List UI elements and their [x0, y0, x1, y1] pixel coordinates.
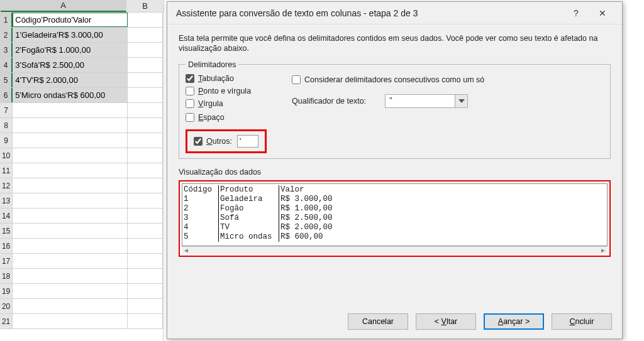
- cell-B14[interactable]: [128, 208, 163, 223]
- text-qualifier-row: Qualificador de texto: ": [292, 94, 484, 108]
- checkbox-tab-input[interactable]: [186, 74, 194, 83]
- cell-A16[interactable]: [13, 239, 128, 253]
- cell-B16[interactable]: [128, 239, 163, 253]
- cell-A6[interactable]: 5'Micro ondas'R$ 600,00: [13, 88, 128, 102]
- finish-button[interactable]: Cncluir: [552, 313, 612, 330]
- preview-label: Visualização dos dados: [179, 168, 611, 176]
- preview-cell: TV: [219, 223, 279, 232]
- row-header[interactable]: 14: [0, 208, 13, 223]
- checkbox-semicolon[interactable]: Ponto e vírgula: [186, 87, 267, 95]
- cell-A11[interactable]: [13, 163, 128, 178]
- checkbox-space[interactable]: Espaço: [186, 112, 267, 123]
- cell-B1[interactable]: [128, 13, 163, 27]
- cell-A4[interactable]: 3'Sofá'R$ 2.500,00: [13, 58, 128, 72]
- cell-B13[interactable]: [128, 193, 163, 208]
- checkbox-space-input[interactable]: [186, 113, 194, 122]
- preview-cell: R$ 1.000,00: [279, 204, 348, 214]
- cell-B4[interactable]: [128, 58, 163, 72]
- cell-A5[interactable]: 4'TV'R$ 2.000,00: [13, 73, 128, 87]
- cancel-button[interactable]: Cancelar: [348, 313, 408, 330]
- checkbox-consecutive-input[interactable]: [292, 75, 301, 84]
- next-button[interactable]: Aançar >: [484, 313, 544, 330]
- cell-A10[interactable]: [13, 148, 128, 163]
- row-header[interactable]: 1: [0, 13, 13, 27]
- cell-A17[interactable]: [13, 254, 128, 268]
- checkbox-tab[interactable]: Tabulação: [186, 74, 267, 83]
- row-header[interactable]: 16: [0, 239, 13, 253]
- column-header-B[interactable]: B: [126, 0, 164, 12]
- cell-A2[interactable]: 1'Geladeira'R$ 3.000,00: [13, 28, 128, 42]
- cell-A13[interactable]: [13, 193, 128, 208]
- row-header[interactable]: 21: [0, 314, 13, 328]
- row-header[interactable]: 3: [0, 43, 13, 57]
- cell-A3[interactable]: 2'Fogão'R$ 1.000,00: [13, 43, 128, 57]
- cell-B9[interactable]: [128, 133, 163, 148]
- chevron-down-icon[interactable]: [455, 95, 467, 107]
- cell-B11[interactable]: [128, 163, 163, 178]
- other-delimiter-input[interactable]: [237, 135, 258, 148]
- cell-A19[interactable]: [13, 284, 128, 298]
- checkbox-comma[interactable]: Vírgula: [186, 99, 267, 108]
- checkbox-other-input[interactable]: [194, 137, 203, 146]
- row-header[interactable]: 6: [0, 88, 13, 102]
- checkbox-comma-input[interactable]: [186, 99, 194, 108]
- help-button[interactable]: ?: [563, 4, 589, 22]
- cell-B18[interactable]: [128, 269, 163, 283]
- row-header[interactable]: 13: [0, 193, 13, 208]
- cell-A18[interactable]: [13, 269, 128, 283]
- cell-B7[interactable]: [128, 103, 163, 117]
- cell-B10[interactable]: [128, 148, 163, 163]
- row-header[interactable]: 7: [0, 103, 13, 117]
- cell-B20[interactable]: [128, 299, 163, 313]
- row-header[interactable]: 2: [0, 28, 13, 42]
- column-header-A[interactable]: A: [1, 0, 126, 12]
- checkbox-other[interactable]: Outros:: [194, 137, 232, 146]
- checkbox-other-label: Outros:: [206, 137, 232, 146]
- cell-B12[interactable]: [128, 178, 163, 193]
- preview-row: CódigoProdutoValor: [184, 185, 348, 195]
- row-header[interactable]: 18: [0, 269, 13, 283]
- cell-A7[interactable]: [13, 103, 128, 117]
- row-header[interactable]: 15: [0, 224, 13, 238]
- text-qualifier-value: ": [386, 95, 455, 107]
- checkbox-comma-label: Vírgula: [198, 99, 223, 108]
- back-button[interactable]: < Vltar: [416, 313, 476, 330]
- checkbox-semicolon-input[interactable]: [186, 87, 194, 95]
- row-header[interactable]: 19: [0, 284, 13, 298]
- data-preview[interactable]: CódigoProdutoValor1GeladeiraR$ 3.000,002…: [182, 183, 608, 246]
- column-header-row: A B: [0, 0, 163, 13]
- row-header[interactable]: 12: [0, 178, 13, 193]
- cell-A1[interactable]: Código'Produto'Valor: [13, 13, 128, 27]
- cell-B19[interactable]: [128, 284, 163, 298]
- cell-A14[interactable]: [13, 208, 128, 223]
- preview-row: 3SofáR$ 2.500,00: [184, 214, 348, 223]
- cell-A15[interactable]: [13, 224, 128, 238]
- cell-A8[interactable]: [13, 118, 128, 133]
- cell-A21[interactable]: [13, 314, 128, 328]
- row-header[interactable]: 11: [0, 163, 13, 178]
- row-header[interactable]: 4: [0, 58, 13, 72]
- row-header[interactable]: 8: [0, 118, 13, 133]
- text-qualifier-combo[interactable]: ": [385, 94, 468, 108]
- cell-B8[interactable]: [128, 118, 163, 133]
- cell-B2[interactable]: [128, 28, 163, 42]
- cell-B3[interactable]: [128, 43, 163, 57]
- checkbox-consecutive[interactable]: Considerar delimitadores consecutivos co…: [292, 75, 484, 84]
- cell-B5[interactable]: [128, 73, 163, 87]
- cell-B21[interactable]: [128, 314, 163, 328]
- row-header[interactable]: 17: [0, 254, 13, 268]
- scroll-right-icon[interactable]: ►: [600, 247, 606, 254]
- row-header[interactable]: 5: [0, 73, 13, 87]
- row-header[interactable]: 10: [0, 148, 13, 163]
- cell-B6[interactable]: [128, 88, 163, 102]
- preview-scrollbar[interactable]: ◄ ►: [182, 246, 608, 254]
- cell-A12[interactable]: [13, 178, 128, 193]
- row-header[interactable]: 9: [0, 133, 13, 148]
- row-header[interactable]: 20: [0, 299, 13, 313]
- cell-B17[interactable]: [128, 254, 163, 268]
- cell-A20[interactable]: [13, 299, 128, 313]
- close-button[interactable]: ✕: [589, 4, 616, 22]
- scroll-left-icon[interactable]: ◄: [183, 247, 189, 254]
- cell-B15[interactable]: [128, 224, 163, 238]
- cell-A9[interactable]: [13, 133, 128, 148]
